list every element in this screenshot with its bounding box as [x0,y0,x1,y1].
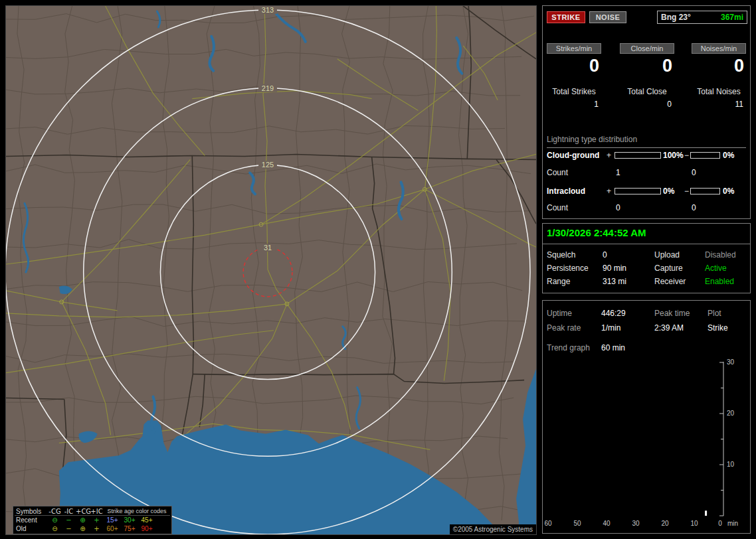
cloud-ground-neg-bar [690,152,720,159]
strikes-per-min-value: 0 [547,55,601,76]
ring-label-313: 313 [262,6,274,14]
intracloud-pos-bar [614,188,661,194]
upload-value: Disabled [705,250,736,260]
capture-value: Active [705,264,727,273]
trend-bars [705,510,707,516]
upload-label: Upload [654,250,680,260]
ring-label-31: 31 [264,244,272,252]
count-label: Count [547,203,568,212]
side-panel: STRIKE NOISE Bng 23° 367mi Strikes/min 0… [542,0,751,539]
plus-sign: + [607,151,611,160]
neg-ic-icon: − [62,525,76,532]
neg-cg-icon: ⊖ [48,516,62,524]
age-45: 45+ [138,516,155,524]
intracloud-neg-bar [690,188,720,194]
uptime-label: Uptime [547,309,572,318]
status-row: Range 313 mi Receiver Enabled [543,277,751,287]
intracloud-label: Intracloud [547,187,585,196]
age-15: 15+ [104,516,121,524]
counters-box: STRIKE NOISE Bng 23° 367mi Strikes/min 0… [542,5,751,219]
pos-ic-icon: + [90,525,104,532]
lightning-tracker-app: 313 219 125 31 Symbols -CG -IC +CG +IC S… [0,0,756,539]
stats-row: Peak rate 1/min 2:39 AM Strike [543,323,751,334]
capture-label: Capture [654,264,683,273]
cloud-ground-count-row: Count 1 0 [543,168,751,177]
range-value: 313 mi [603,277,626,286]
plus-sign: + [607,187,611,196]
legend-old-label: Old [15,525,48,532]
noise-button[interactable]: NOISE [589,11,626,23]
x-tick-10: 10 [690,520,698,527]
age-90: 90+ [138,525,155,532]
map-panel[interactable]: 313 219 125 31 Symbols -CG -IC +CG +IC S… [5,5,537,535]
intracloud-neg-pct: 0% [723,187,734,196]
cloud-ground-pos-pct: 100% [663,151,684,160]
strike-legend: Symbols -CG -IC +CG +IC Strike age color… [13,506,172,534]
y-tick-20: 20 [727,410,735,417]
cloud-ground-pos-count: 1 [616,168,620,177]
strikes-per-min-button[interactable]: Strikes/min [547,43,601,54]
persistence-label: Persistence [547,264,589,273]
intracloud-row: Intracloud + 0% − 0% [543,187,751,196]
total-strikes-value: 1 [547,100,601,109]
x-tick-40: 40 [603,520,611,527]
receiver-value: Enabled [705,277,734,286]
squelch-value: 0 [603,250,607,260]
cloud-ground-label: Cloud-ground [547,151,599,160]
trend-box: Uptime 446:29 Peak time Plot Peak rate 1… [542,300,751,534]
close-column: Close/min 0 Total Close 0 [620,43,674,109]
neg-ic-icon: − [62,516,76,524]
legend-old-row: Old ⊖ − ⊕ + 60+ 75+ 90+ [15,524,170,533]
x-tick-60: 60 [544,520,552,527]
bearing-value: Bng 23° [661,13,691,22]
strike-button[interactable]: STRIKE [547,11,585,23]
total-noises-label: Total Noises [692,87,746,96]
legend-recent-label: Recent [15,516,48,524]
noises-per-min-value: 0 [692,55,746,76]
intracloud-pos-count: 0 [616,203,620,212]
pos-ic-icon: + [90,516,104,524]
pos-cg-icon: ⊕ [76,516,90,524]
intracloud-count-row: Count 0 0 [543,203,751,212]
x-tick-50: 50 [573,520,581,527]
trend-graph-label: Trend graph [547,343,590,352]
peak-rate-value: 1/min [601,323,620,333]
peak-rate-label: Peak rate [547,323,581,333]
legend-symbols-header: Symbols [15,508,48,515]
noises-per-min-button[interactable]: Noises/min [692,43,746,54]
strikes-column: Strikes/min 0 Total Strikes 1 [547,43,601,109]
legend-col-pos-ic: +IC [90,508,104,515]
count-label: Count [547,168,568,177]
stats-row: Uptime 446:29 Peak time Plot [543,309,751,319]
trend-axis [719,362,723,516]
close-per-min-value: 0 [620,55,674,76]
x-unit-label: min [727,520,738,527]
map-canvas[interactable]: 313 219 125 31 [6,6,536,534]
uptime-value: 446:29 [601,309,626,318]
plot-label: Plot [708,309,721,318]
legend-col-neg-cg: -CG [48,508,62,515]
status-row: Squelch 0 Upload Disabled [543,250,751,261]
age-75: 75+ [121,525,138,532]
minus-sign: − [684,187,689,196]
cloud-ground-row: Cloud-ground + 100% − 0% [543,151,751,160]
separator [543,244,750,244]
legend-col-pos-cg: +CG [76,508,90,515]
legend-age-header: Strike age color codes [104,508,170,514]
legend-header-row: Symbols -CG -IC +CG +IC Strike age color… [15,507,170,516]
age-30: 30+ [121,516,138,524]
peak-time-label: Peak time [654,309,690,318]
y-tick-10: 10 [727,461,735,468]
cloud-ground-neg-pct: 0% [723,151,734,160]
trend-chart: 30 20 10 60 50 40 30 20 10 0 min [543,358,751,533]
bearing-range-value: 367mi [721,13,743,22]
plot-value: Strike [708,323,728,333]
trend-graph-window: 60 min [601,343,625,352]
legend-col-neg-ic: -IC [62,508,76,515]
intracloud-neg-count: 0 [692,203,696,212]
neg-cg-icon: ⊖ [48,525,62,532]
copyright-text: ©2005 Astrogenic Systems [450,524,536,534]
pos-cg-icon: ⊕ [76,525,90,532]
squelch-label: Squelch [547,250,575,260]
close-per-min-button[interactable]: Close/min [620,43,674,54]
